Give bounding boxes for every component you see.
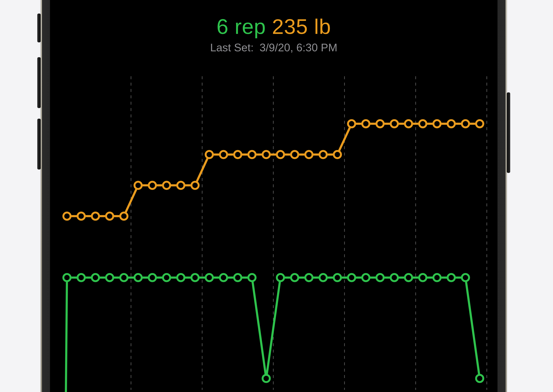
svg-point-52 [291, 274, 298, 281]
power-button[interactable] [507, 92, 510, 173]
weight-series-line [67, 124, 480, 216]
svg-point-20 [263, 151, 270, 158]
svg-point-45 [191, 274, 199, 281]
svg-point-19 [248, 151, 256, 158]
svg-point-22 [291, 151, 298, 158]
svg-point-48 [234, 274, 241, 281]
svg-point-56 [348, 274, 355, 281]
svg-point-59 [391, 274, 398, 281]
svg-point-16 [206, 151, 213, 158]
svg-point-13 [163, 182, 170, 189]
svg-point-62 [434, 274, 441, 281]
svg-point-49 [248, 274, 256, 281]
svg-point-26 [348, 120, 355, 127]
svg-point-24 [320, 151, 327, 158]
svg-point-23 [305, 151, 313, 158]
svg-point-30 [405, 120, 412, 127]
svg-point-35 [476, 120, 483, 127]
svg-point-64 [462, 274, 469, 281]
svg-point-51 [277, 274, 284, 281]
svg-point-21 [277, 151, 284, 158]
svg-point-53 [305, 274, 313, 281]
svg-point-58 [377, 274, 384, 281]
svg-point-28 [377, 120, 384, 127]
svg-point-42 [149, 274, 156, 281]
svg-point-17 [220, 151, 227, 158]
reps-series-lead [66, 278, 67, 392]
svg-point-27 [362, 120, 369, 127]
svg-point-31 [419, 120, 427, 127]
svg-point-43 [163, 274, 170, 281]
svg-point-38 [92, 274, 99, 281]
volume-down-button[interactable] [37, 119, 41, 169]
svg-point-47 [220, 274, 227, 281]
svg-point-60 [405, 274, 412, 281]
svg-point-33 [448, 120, 455, 127]
last-set-timestamp: 3/9/20, 6:30 PM [259, 41, 337, 54]
svg-point-34 [462, 120, 469, 127]
svg-point-18 [234, 151, 241, 158]
svg-point-25 [334, 151, 341, 158]
volume-up-button[interactable] [37, 57, 41, 108]
svg-point-39 [106, 274, 113, 281]
svg-point-32 [434, 120, 441, 127]
svg-point-50 [263, 375, 270, 382]
svg-point-11 [134, 182, 142, 189]
set-summary-main: 6 rep 235 lb [50, 15, 497, 39]
svg-point-14 [177, 182, 184, 189]
svg-point-63 [448, 274, 455, 281]
svg-point-15 [191, 182, 199, 189]
last-set-line: Last Set:3/9/20, 6:30 PM [50, 41, 497, 54]
svg-point-46 [206, 274, 213, 281]
volume-mute-switch[interactable] [37, 14, 41, 42]
svg-point-10 [120, 212, 128, 220]
reps-value: 6 rep [217, 15, 266, 39]
svg-point-41 [134, 274, 142, 281]
svg-point-57 [362, 274, 369, 281]
svg-point-37 [78, 274, 85, 281]
last-set-label: Last Set: [210, 41, 254, 54]
svg-point-54 [320, 274, 327, 281]
svg-point-44 [177, 274, 184, 281]
svg-point-65 [476, 375, 483, 382]
svg-point-7 [78, 212, 85, 220]
weight-value: 235 lb [272, 15, 331, 39]
svg-point-8 [92, 212, 99, 220]
svg-point-55 [334, 274, 341, 281]
svg-point-12 [149, 182, 156, 189]
svg-point-61 [419, 274, 427, 281]
svg-point-40 [120, 274, 128, 281]
svg-point-36 [63, 274, 71, 281]
svg-point-29 [391, 120, 398, 127]
progress-chart[interactable] [67, 76, 480, 390]
set-summary-header: 6 rep 235 lb Last Set:3/9/20, 6:30 PM [50, 15, 497, 54]
progress-chart-svg [67, 76, 480, 390]
svg-point-6 [63, 212, 71, 220]
svg-point-9 [106, 212, 113, 220]
